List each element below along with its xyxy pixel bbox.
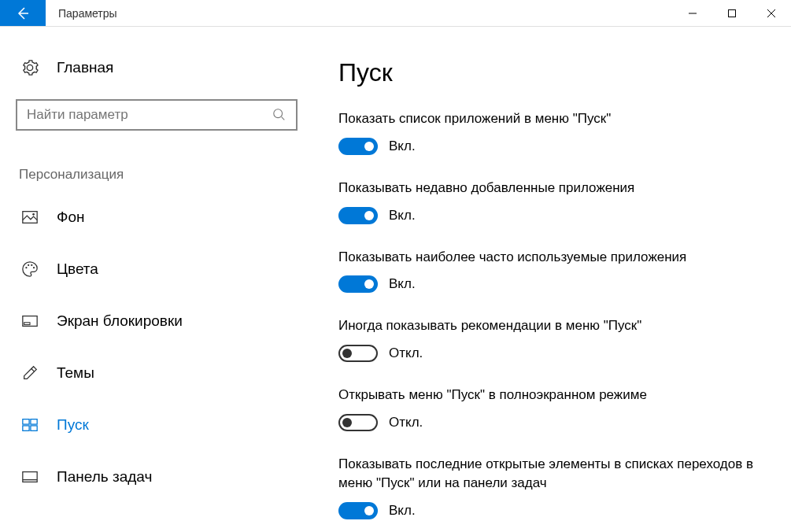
palette-icon bbox=[20, 260, 39, 279]
maximize-icon bbox=[727, 9, 737, 18]
sidebar-item-label: Фон bbox=[57, 209, 85, 226]
toggle-state-label: Вкл. bbox=[389, 208, 416, 224]
svg-rect-12 bbox=[23, 419, 29, 424]
gear-icon bbox=[20, 58, 39, 77]
setting-item: Показывать наиболее часто используемые п… bbox=[338, 248, 767, 294]
category-label: Персонализация bbox=[16, 167, 299, 183]
setting-label: Показывать последние открытые элементы в… bbox=[338, 455, 767, 493]
sidebar-item-themes[interactable]: Темы bbox=[16, 357, 299, 389]
sidebar-item-background[interactable]: Фон bbox=[16, 201, 299, 233]
svg-point-8 bbox=[31, 264, 32, 266]
arrow-left-icon bbox=[15, 6, 31, 21]
setting-label: Показывать недавно добавленные приложени… bbox=[338, 179, 767, 198]
svg-rect-11 bbox=[24, 323, 30, 325]
svg-point-7 bbox=[28, 264, 29, 266]
sidebar-item-start[interactable]: Пуск bbox=[16, 409, 299, 441]
setting-label: Иногда показывать рекомендации в меню "П… bbox=[338, 316, 767, 335]
titlebar: Параметры bbox=[0, 0, 791, 27]
setting-label: Показать список приложений в меню "Пуск" bbox=[338, 109, 767, 128]
toggle-switch[interactable] bbox=[338, 414, 378, 431]
toggle-switch[interactable] bbox=[338, 502, 378, 519]
toggle-switch[interactable] bbox=[338, 207, 378, 224]
page-title: Пуск bbox=[338, 58, 767, 87]
sidebar-item-taskbar[interactable]: Панель задач bbox=[16, 461, 299, 493]
setting-item: Показывать последние открытые элементы в… bbox=[338, 455, 767, 519]
setting-label: Открывать меню "Пуск" в полноэкранном ре… bbox=[338, 386, 767, 405]
window-controls bbox=[673, 0, 791, 26]
taskbar-icon bbox=[20, 467, 39, 486]
close-icon bbox=[767, 9, 776, 18]
svg-line-3 bbox=[282, 117, 285, 120]
toggle-state-label: Вкл. bbox=[389, 503, 416, 519]
sidebar-item-colors[interactable]: Цвета bbox=[16, 253, 299, 285]
sidebar-item-label: Панель задач bbox=[57, 468, 152, 486]
sidebar-item-lockscreen[interactable]: Экран блокировки bbox=[16, 305, 299, 337]
sidebar-item-label: Цвета bbox=[57, 260, 98, 278]
svg-point-5 bbox=[32, 213, 35, 216]
lockscreen-icon bbox=[20, 312, 39, 331]
svg-point-2 bbox=[274, 109, 283, 118]
main-content: Пуск Показать список приложений в меню "… bbox=[315, 27, 791, 532]
toggle-state-label: Откл. bbox=[389, 345, 423, 361]
themes-icon bbox=[20, 364, 39, 382]
sidebar-item-label: Темы bbox=[57, 364, 94, 382]
minimize-icon bbox=[688, 9, 697, 18]
svg-rect-14 bbox=[23, 426, 29, 430]
toggle-switch[interactable] bbox=[338, 345, 378, 362]
search-input[interactable] bbox=[27, 107, 272, 123]
svg-rect-13 bbox=[31, 419, 37, 424]
minimize-button[interactable] bbox=[673, 0, 712, 26]
svg-rect-4 bbox=[23, 212, 37, 224]
svg-rect-15 bbox=[31, 426, 37, 430]
window-title: Параметры bbox=[46, 0, 673, 26]
svg-rect-1 bbox=[729, 9, 736, 17]
svg-point-9 bbox=[33, 267, 35, 268]
svg-rect-16 bbox=[23, 472, 37, 482]
search-box[interactable] bbox=[16, 99, 298, 131]
setting-label: Показывать наиболее часто используемые п… bbox=[338, 248, 767, 267]
back-button[interactable] bbox=[0, 0, 46, 26]
setting-item: Открывать меню "Пуск" в полноэкранном ре… bbox=[338, 386, 767, 431]
maximize-button[interactable] bbox=[712, 0, 752, 26]
toggle-state-label: Откл. bbox=[389, 415, 423, 430]
setting-item: Показывать недавно добавленные приложени… bbox=[338, 179, 767, 224]
search-icon bbox=[272, 108, 286, 122]
setting-item: Иногда показывать рекомендации в меню "П… bbox=[338, 316, 767, 362]
close-button[interactable] bbox=[752, 0, 791, 26]
sidebar-item-label: Пуск bbox=[57, 416, 89, 434]
toggle-switch[interactable] bbox=[338, 275, 378, 293]
toggle-state-label: Вкл. bbox=[389, 276, 416, 292]
picture-icon bbox=[20, 208, 39, 227]
toggle-state-label: Вкл. bbox=[389, 139, 416, 154]
start-icon bbox=[20, 416, 39, 434]
home-label: Главная bbox=[57, 59, 113, 76]
setting-item: Показать список приложений в меню "Пуск"… bbox=[338, 109, 767, 155]
sidebar-item-label: Экран блокировки bbox=[57, 312, 183, 330]
svg-point-6 bbox=[25, 267, 27, 268]
home-link[interactable]: Главная bbox=[16, 58, 299, 77]
toggle-switch[interactable] bbox=[338, 138, 378, 155]
sidebar: Главная Персонализация Фон Цвета Экран б… bbox=[0, 27, 315, 532]
